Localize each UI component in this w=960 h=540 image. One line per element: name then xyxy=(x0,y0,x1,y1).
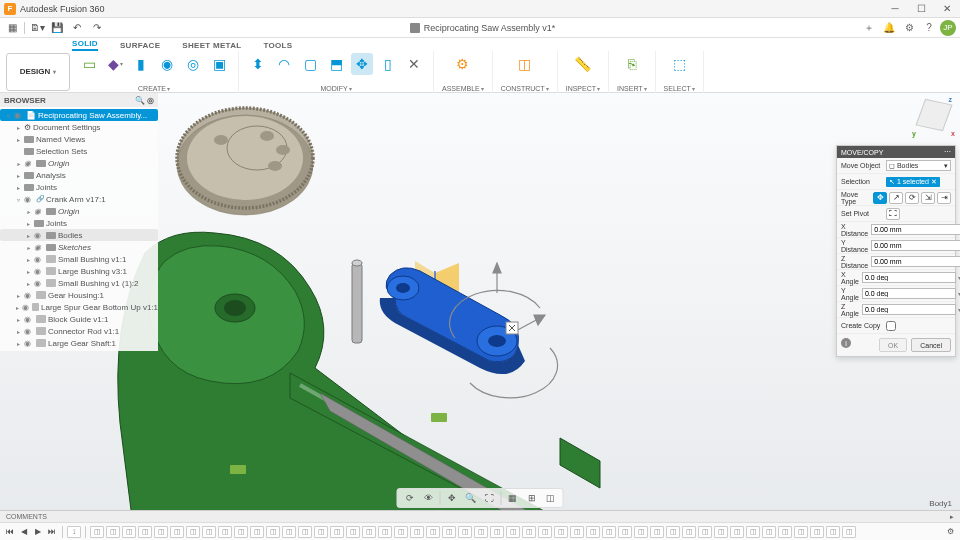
timeline-feature[interactable]: ◫ xyxy=(682,526,696,538)
timeline-feature[interactable]: ◫ xyxy=(442,526,456,538)
display-icon[interactable]: ▦ xyxy=(505,491,521,505)
clear-selection-icon[interactable]: ✕ xyxy=(931,178,937,186)
viewcube-face[interactable] xyxy=(915,99,952,131)
timeline-feature[interactable]: ◫ xyxy=(634,526,648,538)
timeline-feature[interactable]: ◫ xyxy=(698,526,712,538)
set-pivot-button[interactable]: ⛶ xyxy=(886,208,900,220)
timeline-feature[interactable]: ◫ xyxy=(314,526,328,538)
ribbon-tab-sheetmetal[interactable]: SHEET METAL xyxy=(182,41,241,51)
timeline-feature[interactable]: ◫ xyxy=(602,526,616,538)
expand-icon[interactable]: ▸ xyxy=(14,136,22,143)
file-menu-icon[interactable]: 🗎▾ xyxy=(29,20,45,36)
expand-icon[interactable]: ▸ xyxy=(14,184,22,191)
timeline-feature[interactable]: ◫ xyxy=(554,526,568,538)
expand-icon[interactable]: ▸ xyxy=(24,244,32,251)
timeline-back-icon[interactable]: ◀ xyxy=(18,526,30,538)
timeline-feature[interactable]: ◫ xyxy=(362,526,376,538)
tree-item[interactable]: ▸Joints xyxy=(0,217,158,229)
extrude-icon[interactable]: ▮ xyxy=(130,53,152,75)
timeline-feature[interactable]: ◫ xyxy=(266,526,280,538)
timeline-start-icon[interactable]: ⏮ xyxy=(4,526,16,538)
viewcube[interactable]: z x y xyxy=(914,97,954,137)
visibility-icon[interactable]: ◉ xyxy=(22,303,30,312)
timeline-feature[interactable]: ◫ xyxy=(458,526,472,538)
visibility-icon[interactable]: ◉ xyxy=(24,315,34,324)
tree-item[interactable]: ▸Named Views xyxy=(0,133,158,145)
expand-icon[interactable]: ▸ xyxy=(14,292,22,299)
expand-icon[interactable]: ▿ xyxy=(4,112,12,119)
expand-icon[interactable]: ▸ xyxy=(14,172,22,179)
visibility-icon[interactable]: ◉ xyxy=(34,243,44,252)
orbit-icon[interactable]: ⟳ xyxy=(402,491,418,505)
browser-header[interactable]: BROWSER 🔍 ◎ xyxy=(0,93,158,107)
comments-bar[interactable]: COMMENTS ▸ xyxy=(0,510,960,522)
timeline-feature[interactable]: ◫ xyxy=(762,526,776,538)
look-icon[interactable]: 👁 xyxy=(421,491,437,505)
timeline-feature[interactable]: ◫ xyxy=(794,526,808,538)
expand-icon[interactable]: ▸ xyxy=(14,124,22,131)
cancel-button[interactable]: Cancel xyxy=(911,338,951,352)
sketch-icon[interactable]: ▭ xyxy=(78,53,100,75)
browser-search-icon[interactable]: 🔍 xyxy=(135,96,145,105)
pan-icon[interactable]: ✥ xyxy=(444,491,460,505)
move-type-rotate-icon[interactable]: ⟳ xyxy=(905,192,919,204)
extensions-icon[interactable]: ⚙ xyxy=(900,20,918,36)
visibility-icon[interactable]: ◉ xyxy=(14,111,24,120)
info-icon[interactable]: i xyxy=(841,338,851,348)
timeline-feature[interactable]: ◫ xyxy=(170,526,184,538)
modify-label[interactable]: MODIFY xyxy=(320,85,351,93)
expand-icon[interactable]: ▸ xyxy=(14,340,22,347)
assemble-icon[interactable]: ⚙ xyxy=(452,53,474,75)
visibility-icon[interactable]: ◉ xyxy=(34,231,44,240)
timeline-settings-icon[interactable]: ⚙ xyxy=(944,526,956,538)
timeline-feature[interactable]: ◫ xyxy=(298,526,312,538)
create-form-icon[interactable]: ◆ xyxy=(104,53,126,75)
move-icon[interactable]: ✥ xyxy=(351,53,373,75)
fillet-icon[interactable]: ◠ xyxy=(273,53,295,75)
align-icon[interactable]: ▯ xyxy=(377,53,399,75)
timeline-feature[interactable]: ◫ xyxy=(122,526,136,538)
redo-icon[interactable]: ↷ xyxy=(89,20,105,36)
visibility-icon[interactable]: ◉ xyxy=(34,255,44,264)
construct-icon[interactable]: ◫ xyxy=(514,53,536,75)
tree-item-crank[interactable]: ▿◉🔗Crank Arm v17:1 xyxy=(0,193,158,205)
construct-label[interactable]: CONSTRUCT xyxy=(501,85,549,93)
timeline-feature[interactable]: ◫ xyxy=(586,526,600,538)
ribbon-tab-solid[interactable]: SOLID xyxy=(72,39,98,51)
tree-item[interactable]: ▸◉Connector Rod v1:1 xyxy=(0,325,158,337)
timeline-feature[interactable]: ◫ xyxy=(282,526,296,538)
help-icon[interactable]: ? xyxy=(920,20,938,36)
tree-item[interactable]: ▸◉Large Bushing v3:1 xyxy=(0,265,158,277)
timeline-feature[interactable]: ◫ xyxy=(538,526,552,538)
tree-item[interactable]: ▸◉Large Gear Shaft:1 xyxy=(0,337,158,349)
insert-label[interactable]: INSERT xyxy=(617,85,647,93)
visibility-icon[interactable]: ◉ xyxy=(24,159,34,168)
panel-header[interactable]: MOVE/COPY ⋯ xyxy=(837,146,955,158)
assemble-label[interactable]: ASSEMBLE xyxy=(442,85,484,93)
expand-icon[interactable]: ▿ xyxy=(14,196,22,203)
timeline-play-icon[interactable]: ▶ xyxy=(32,526,44,538)
browser-settings-icon[interactable]: ◎ xyxy=(147,96,154,105)
timeline-feature[interactable]: ◫ xyxy=(250,526,264,538)
timeline-feature[interactable]: ⟟ xyxy=(67,526,81,538)
visibility-icon[interactable]: ◉ xyxy=(24,291,34,300)
tree-item[interactable]: ▸◉Large Spur Gear Bottom Up v1:1 xyxy=(0,301,158,313)
expand-icon[interactable]: ▸ xyxy=(14,328,22,335)
timeline-feature[interactable]: ◫ xyxy=(90,526,104,538)
fit-icon[interactable]: ⛶ xyxy=(482,491,498,505)
delete-icon[interactable]: ✕ xyxy=(403,53,425,75)
expand-icon[interactable]: ▸ xyxy=(24,268,32,275)
expand-icon[interactable]: ▸ xyxy=(14,160,22,167)
tree-item[interactable]: ▸◉Small Bushing v1 (1):2 xyxy=(0,277,158,289)
tree-item[interactable]: ▸◉Gear Housing:1 xyxy=(0,289,158,301)
box-icon[interactable]: ▣ xyxy=(208,53,230,75)
timeline-feature[interactable]: ◫ xyxy=(650,526,664,538)
timeline-feature[interactable]: ◫ xyxy=(522,526,536,538)
inspect-icon[interactable]: 📏 xyxy=(572,53,594,75)
expand-icon[interactable]: ▸ xyxy=(24,220,32,227)
timeline-feature[interactable]: ◫ xyxy=(570,526,584,538)
new-tab-button[interactable]: ＋ xyxy=(860,20,878,36)
data-panel-icon[interactable]: 🔔 xyxy=(880,20,898,36)
tree-item[interactable]: ▸◉Bodies xyxy=(0,229,158,241)
timeline-feature[interactable]: ◫ xyxy=(618,526,632,538)
